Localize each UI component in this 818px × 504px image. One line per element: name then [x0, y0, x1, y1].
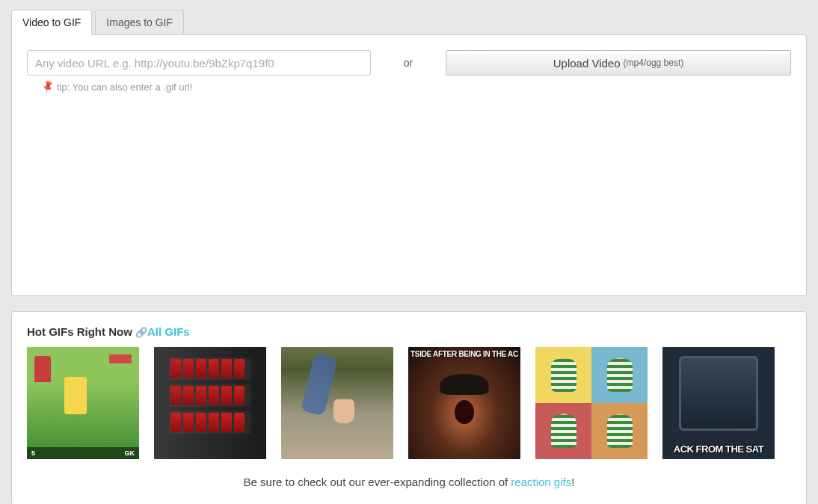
gif-thumbnail[interactable]: ACK FROM THE SAT: [662, 347, 775, 459]
video-url-input[interactable]: [27, 50, 371, 76]
input-row: or Upload Video (mp4/ogg best): [27, 50, 791, 76]
overlay-text: ACK FROM THE SAT: [662, 443, 775, 455]
gif-thumbnail[interactable]: TSIDE AFTER BEING IN THE AC: [408, 347, 520, 459]
overlay-text: GK: [125, 449, 135, 457]
gif-thumbnail[interactable]: [154, 347, 266, 459]
upload-video-hint: (mp4/ogg best): [624, 58, 684, 68]
all-gifs-link[interactable]: 🔗All GIFs: [135, 325, 190, 338]
footer-tail: !: [571, 476, 574, 488]
tab-images-to-gif[interactable]: Images to GIF: [95, 10, 184, 35]
tip-text: 📌tip: You can also enter a .gif url!: [27, 82, 791, 93]
reaction-gifs-link[interactable]: reaction gifs: [511, 476, 571, 488]
tab-video-to-gif[interactable]: Video to GIF: [11, 10, 92, 35]
pin-icon: 📌: [40, 79, 55, 95]
hot-gifs-title: Hot GIFs Right Now: [27, 325, 135, 338]
overlay-text: TSIDE AFTER BEING IN THE AC: [408, 350, 520, 358]
hot-gifs-header: Hot GIFs Right Now 🔗All GIFs: [27, 325, 791, 338]
thumbnails-row: 5 GK TSIDE AFTER BEING IN THE AC ACK FRO…: [27, 347, 791, 459]
upload-video-label: Upload Video: [553, 57, 621, 70]
hot-gifs-panel: Hot GIFs Right Now 🔗All GIFs 5 GK TSIDE …: [11, 311, 807, 504]
all-gifs-label: All GIFs: [147, 325, 190, 338]
or-separator: or: [371, 57, 446, 69]
tabs-row: Video to GIF Images to GIF: [11, 9, 807, 34]
main-panel: or Upload Video (mp4/ogg best) 📌tip: You…: [11, 34, 807, 296]
overlay-text: 5: [31, 449, 35, 457]
footer-line: Be sure to check out our ever-expanding …: [27, 476, 791, 488]
gif-thumbnail[interactable]: 5 GK: [27, 347, 139, 459]
upload-video-button[interactable]: Upload Video (mp4/ogg best): [446, 50, 791, 76]
gif-thumbnail[interactable]: [281, 347, 393, 459]
tip-label: tip: You can also enter a .gif url!: [57, 82, 192, 93]
gif-thumbnail[interactable]: [535, 347, 648, 459]
link-icon: 🔗: [135, 327, 147, 338]
footer-lead: Be sure to check out our ever-expanding …: [244, 476, 511, 488]
